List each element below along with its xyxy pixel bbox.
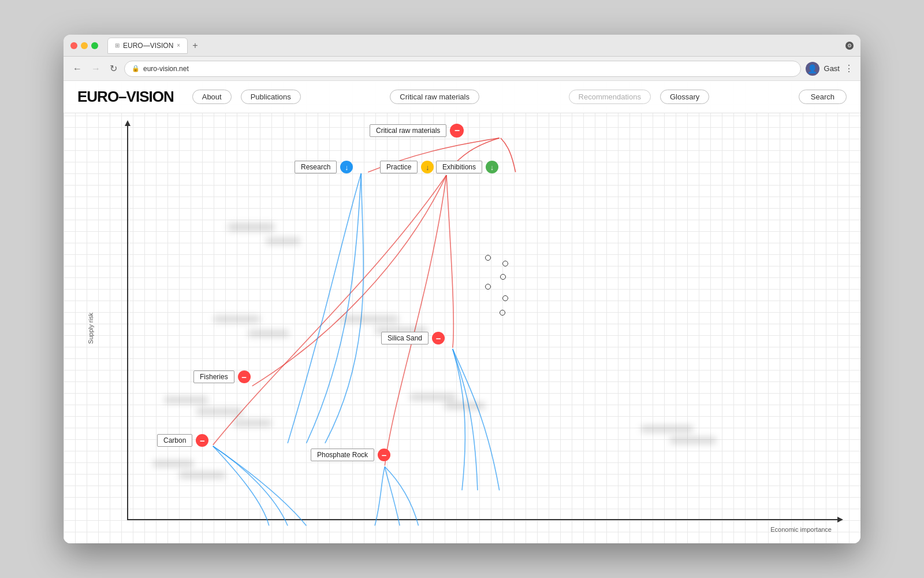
chart-area: Supply risk Economic importance	[64, 113, 860, 543]
y-axis-arrow	[125, 120, 131, 126]
data-point-5	[502, 295, 508, 301]
x-axis	[127, 519, 837, 520]
nav-recommendations[interactable]: Recommendations	[569, 90, 651, 104]
curves-overlay	[64, 113, 860, 543]
user-avatar[interactable]: 👤	[806, 62, 819, 76]
node-silica-circle[interactable]: −	[432, 332, 445, 344]
node-research-circle[interactable]: ↓	[340, 161, 353, 173]
new-tab-button[interactable]: +	[190, 40, 200, 51]
node-practice-label: Practice	[380, 161, 418, 173]
data-point-1	[485, 255, 491, 261]
y-axis-label: Supply risk	[87, 313, 94, 344]
node-research[interactable]: Research ↓	[295, 161, 353, 173]
node-crm[interactable]: Critical raw materials −	[370, 124, 464, 138]
node-crm-circle[interactable]: −	[450, 124, 464, 138]
url-text: euro-vision.net	[143, 65, 189, 73]
browser-menu-button[interactable]: ⋮	[844, 63, 854, 74]
node-silica-label: Silica Sand	[381, 332, 429, 344]
node-fisheries[interactable]: Fisheries −	[193, 370, 251, 383]
node-phosphate-label: Phosphate Rock	[311, 449, 374, 461]
lock-icon: 🔒	[132, 65, 140, 72]
active-tab[interactable]: ⊞ EURO—VISION ×	[107, 38, 188, 54]
blurred-data-10	[341, 316, 398, 323]
page-content: EURO–VISION About Publications Critical …	[64, 81, 860, 543]
tab-icon: ⊞	[115, 42, 120, 49]
blurred-data-7	[234, 420, 271, 427]
blurred-data-15	[670, 437, 716, 444]
nav-critical[interactable]: Critical raw materials	[390, 90, 479, 104]
node-carbon-circle[interactable]: −	[196, 434, 208, 447]
traffic-lights	[70, 42, 98, 49]
profile-area: 👤 Gast ⋮	[806, 62, 854, 76]
y-axis	[127, 125, 128, 520]
node-fisheries-label: Fisheries	[193, 370, 234, 383]
address-bar[interactable]: 🔒 euro-vision.net	[124, 61, 801, 77]
node-exhibitions[interactable]: Exhibitions ↓	[436, 161, 498, 173]
tab-bar: ⊞ EURO—VISION × +	[107, 38, 841, 54]
node-silica[interactable]: Silica Sand −	[381, 332, 445, 344]
title-bar: ⊞ EURO—VISION × + ⚙	[64, 35, 860, 57]
blurred-data-3	[214, 316, 260, 323]
data-point-2	[502, 261, 508, 266]
tab-close-button[interactable]: ×	[177, 42, 180, 49]
blurred-data-1	[228, 223, 274, 231]
blurred-data-5	[165, 397, 208, 403]
blurred-data-2	[266, 238, 300, 244]
browser-nav-bar: ← → ↻ 🔒 euro-vision.net 👤 Gast ⋮	[64, 57, 860, 81]
blurred-data-13	[445, 402, 485, 409]
data-point-4	[485, 284, 491, 290]
x-axis-arrow	[837, 517, 843, 523]
back-button[interactable]: ←	[70, 61, 84, 76]
data-point-3	[500, 274, 506, 280]
browser-settings-icon[interactable]: ⚙	[845, 42, 854, 50]
site-logo[interactable]: EURO–VISION	[77, 88, 174, 106]
node-exhibitions-circle[interactable]: ↓	[486, 161, 498, 173]
nav-about[interactable]: About	[192, 90, 232, 104]
nav-glossary[interactable]: Glossary	[660, 90, 709, 104]
browser-window: ⊞ EURO—VISION × + ⚙ ← → ↻ 🔒 euro-vision.…	[64, 35, 860, 543]
node-practice-circle[interactable]: ↓	[421, 161, 434, 173]
node-carbon-label: Carbon	[157, 434, 192, 447]
blurred-data-12	[410, 394, 456, 401]
x-axis-label: Economic importance	[770, 526, 832, 533]
forward-button[interactable]: →	[89, 61, 103, 76]
blurred-data-14	[641, 425, 693, 432]
blurred-data-4	[248, 330, 289, 337]
maximize-button[interactable]	[91, 42, 98, 49]
user-name: Gast	[824, 64, 840, 73]
site-nav: EURO–VISION About Publications Critical …	[64, 81, 860, 113]
node-practice[interactable]: Practice ↓	[380, 161, 434, 173]
minimize-button[interactable]	[81, 42, 88, 49]
node-research-label: Research	[295, 161, 337, 173]
data-point-6	[500, 310, 505, 316]
node-fisheries-circle[interactable]: −	[238, 370, 251, 383]
node-phosphate-circle[interactable]: −	[378, 449, 390, 461]
node-crm-label: Critical raw materials	[370, 124, 446, 137]
node-carbon[interactable]: Carbon −	[157, 434, 208, 447]
tab-title: EURO—VISION	[123, 42, 173, 50]
blurred-data-8	[153, 460, 193, 467]
close-button[interactable]	[70, 42, 77, 49]
blurred-data-9	[179, 472, 225, 479]
blurred-data-6	[196, 408, 243, 415]
reload-button[interactable]: ↻	[107, 61, 120, 76]
nav-publications[interactable]: Publications	[241, 90, 301, 104]
node-phosphate[interactable]: Phosphate Rock −	[311, 449, 390, 461]
node-exhibitions-label: Exhibitions	[436, 161, 482, 173]
search-button[interactable]: Search	[799, 90, 847, 104]
